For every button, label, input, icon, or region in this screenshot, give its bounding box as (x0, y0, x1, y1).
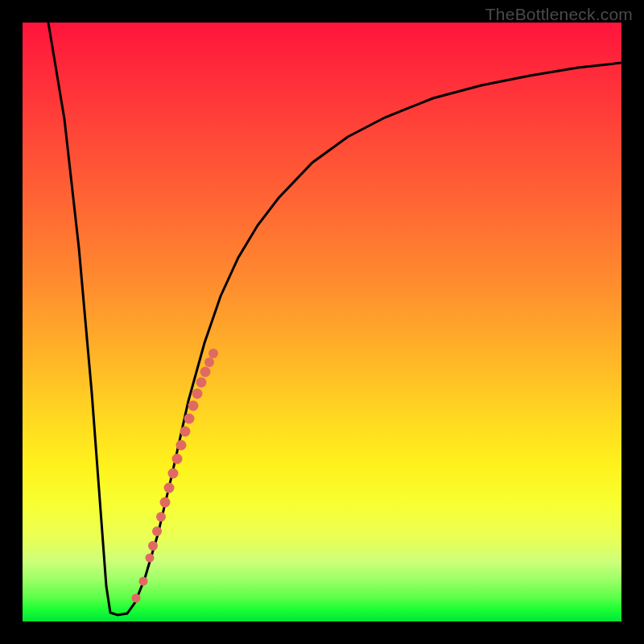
svg-point-17 (204, 357, 214, 367)
svg-point-14 (192, 389, 203, 399)
svg-point-9 (172, 454, 183, 464)
marker-dots (132, 349, 219, 603)
svg-point-16 (200, 367, 211, 378)
svg-point-12 (184, 414, 195, 424)
svg-point-7 (164, 483, 175, 493)
svg-point-10 (176, 440, 187, 451)
svg-point-6 (160, 497, 171, 508)
svg-point-15 (196, 378, 207, 388)
svg-point-0 (132, 594, 141, 603)
svg-point-18 (208, 349, 218, 358)
svg-point-8 (168, 469, 179, 479)
bottleneck-curve (48, 23, 621, 615)
svg-point-2 (146, 554, 155, 563)
chart-frame: TheBottleneck.com (0, 0, 644, 644)
curve-layer (23, 23, 621, 621)
svg-point-3 (148, 541, 158, 551)
svg-point-4 (152, 526, 162, 536)
svg-point-5 (156, 512, 166, 522)
svg-point-1 (139, 577, 148, 586)
plot-area (23, 23, 621, 621)
svg-point-11 (180, 427, 191, 437)
svg-point-13 (188, 401, 199, 411)
watermark-text: TheBottleneck.com (485, 5, 633, 24)
